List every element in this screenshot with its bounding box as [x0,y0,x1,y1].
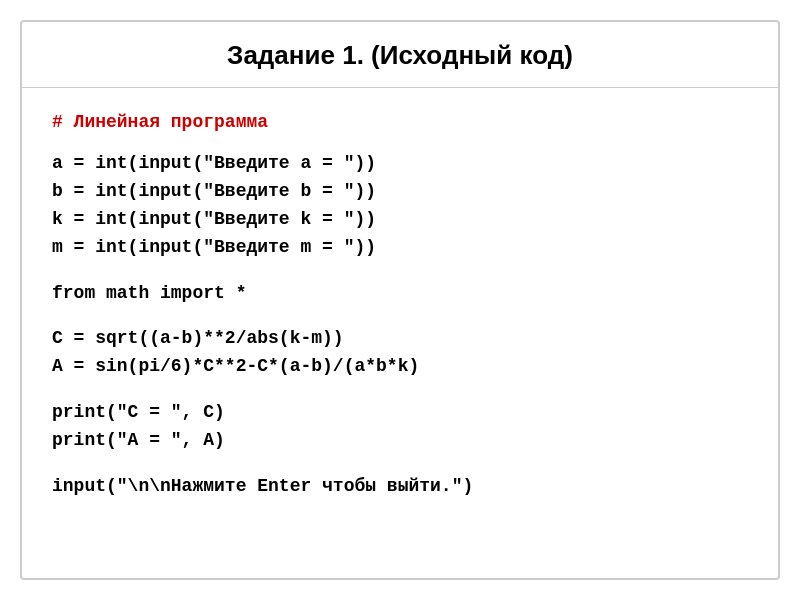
code-line: a = int(input("Введите a = ")) [52,150,748,178]
code-block-prints: print("C = ", C) print("A = ", A) [52,399,748,455]
slide-container: Задание 1. (Исходный код) # Линейная про… [20,20,780,580]
code-line: k = int(input("Введите k = ")) [52,206,748,234]
code-line: print("A = ", A) [52,427,748,455]
slide-header: Задание 1. (Исходный код) [22,22,778,88]
code-block-import: from math import * [52,280,748,308]
slide-title: Задание 1. (Исходный код) [227,40,573,70]
code-line: A = sin(pi/6)*C**2-C*(a-b)/(a*b*k) [52,353,748,381]
code-line: b = int(input("Введите b = ")) [52,178,748,206]
code-line: print("C = ", C) [52,399,748,427]
slide-content: # Линейная программа a = int(input("Введ… [22,88,778,578]
code-line: from math import * [52,280,748,308]
code-line: input("\n\nНажмите Enter чтобы выйти.") [52,473,748,501]
comment-line: # Линейная программа [52,112,748,132]
code-block-exit: input("\n\nНажмите Enter чтобы выйти.") [52,473,748,501]
code-line: C = sqrt((a-b)**2/abs(k-m)) [52,325,748,353]
code-block-inputs: a = int(input("Введите a = ")) b = int(i… [52,150,748,262]
code-block-calculations: C = sqrt((a-b)**2/abs(k-m)) A = sin(pi/6… [52,325,748,381]
code-line: m = int(input("Введите m = ")) [52,234,748,262]
